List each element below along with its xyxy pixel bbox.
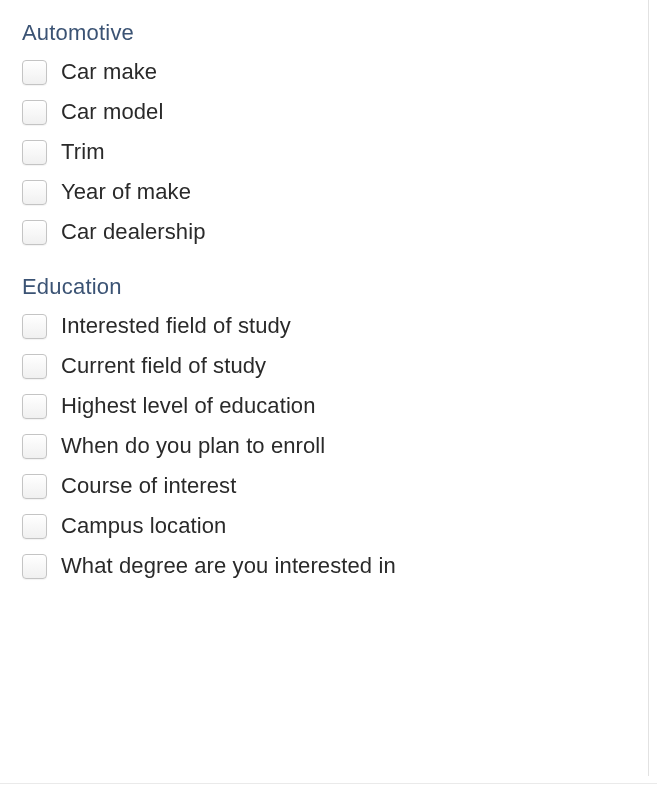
checkbox-course-of-interest-row[interactable]: Course of interest (22, 466, 635, 506)
checkbox-year-of-make-row[interactable]: Year of make (22, 172, 635, 212)
checkbox-car-model[interactable] (22, 100, 47, 125)
automotive-section-title: Automotive (22, 20, 635, 46)
education-section: EducationInterested field of studyCurren… (22, 274, 635, 586)
checkbox-highest-level-of-education[interactable] (22, 394, 47, 419)
checkbox-year-of-make[interactable] (22, 180, 47, 205)
checkbox-campus-location[interactable] (22, 514, 47, 539)
checkbox-what-degree-are-you-interested-in-row[interactable]: What degree are you interested in (22, 546, 635, 586)
checkbox-campus-location-row[interactable]: Campus location (22, 506, 635, 546)
automotive-section: AutomotiveCar makeCar modelTrimYear of m… (22, 20, 635, 252)
checkbox-car-make-label: Car make (61, 59, 157, 85)
checkbox-current-field-of-study-row[interactable]: Current field of study (22, 346, 635, 386)
checkbox-what-degree-are-you-interested-in[interactable] (22, 554, 47, 579)
checkbox-when-do-you-plan-to-enroll-label: When do you plan to enroll (61, 433, 325, 459)
checkbox-car-model-label: Car model (61, 99, 163, 125)
education-section-title: Education (22, 274, 635, 300)
checkbox-interested-field-of-study-label: Interested field of study (61, 313, 291, 339)
checkbox-what-degree-are-you-interested-in-label: What degree are you interested in (61, 553, 396, 579)
form-options-panel: AutomotiveCar makeCar modelTrimYear of m… (22, 20, 635, 586)
checkbox-car-make-row[interactable]: Car make (22, 52, 635, 92)
checkbox-car-dealership-label: Car dealership (61, 219, 205, 245)
checkbox-when-do-you-plan-to-enroll-row[interactable]: When do you plan to enroll (22, 426, 635, 466)
checkbox-interested-field-of-study-row[interactable]: Interested field of study (22, 306, 635, 346)
checkbox-interested-field-of-study[interactable] (22, 314, 47, 339)
checkbox-course-of-interest-label: Course of interest (61, 473, 236, 499)
checkbox-highest-level-of-education-row[interactable]: Highest level of education (22, 386, 635, 426)
checkbox-car-dealership[interactable] (22, 220, 47, 245)
panel-bottom-divider (0, 783, 657, 784)
panel-right-divider (648, 0, 649, 776)
checkbox-year-of-make-label: Year of make (61, 179, 191, 205)
checkbox-car-make[interactable] (22, 60, 47, 85)
checkbox-trim-row[interactable]: Trim (22, 132, 635, 172)
checkbox-car-dealership-row[interactable]: Car dealership (22, 212, 635, 252)
checkbox-current-field-of-study-label: Current field of study (61, 353, 266, 379)
checkbox-car-model-row[interactable]: Car model (22, 92, 635, 132)
checkbox-trim-label: Trim (61, 139, 105, 165)
checkbox-campus-location-label: Campus location (61, 513, 226, 539)
checkbox-highest-level-of-education-label: Highest level of education (61, 393, 316, 419)
checkbox-course-of-interest[interactable] (22, 474, 47, 499)
checkbox-current-field-of-study[interactable] (22, 354, 47, 379)
checkbox-trim[interactable] (22, 140, 47, 165)
checkbox-when-do-you-plan-to-enroll[interactable] (22, 434, 47, 459)
